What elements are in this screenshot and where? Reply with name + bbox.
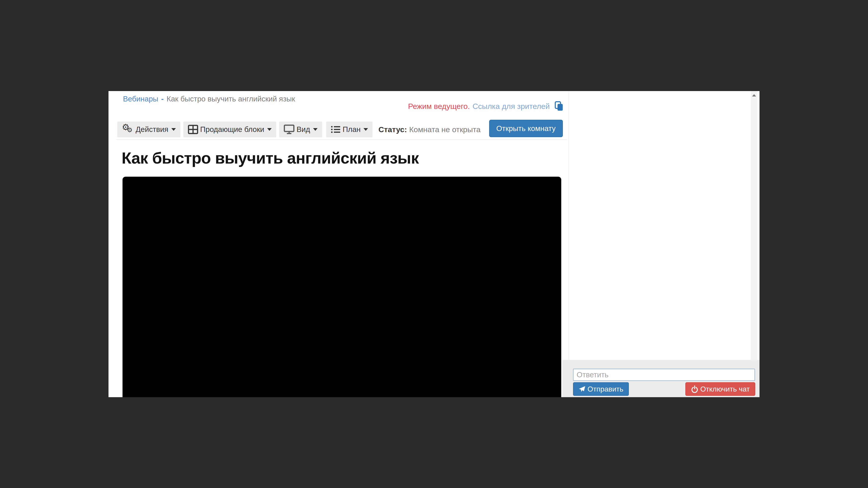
chat-scrollbar[interactable] (751, 91, 757, 360)
breadcrumb-separator: - (161, 95, 164, 103)
cogs-icon: ⚙⚙ (122, 124, 133, 135)
chat-footer: Отправить Отключить чат (562, 360, 760, 397)
disable-chat-label: Отключить чат (700, 385, 750, 393)
view-menu-button[interactable]: Вид (279, 122, 322, 137)
desktop-icon (284, 125, 294, 134)
breadcrumb: Вебинары - Как быстро выучить английский… (123, 95, 295, 103)
power-icon (691, 385, 699, 393)
send-button[interactable]: Отправить (573, 382, 629, 396)
host-mode-text: Режим ведущего. (408, 102, 470, 111)
chat-panel (568, 91, 760, 360)
open-room-button[interactable]: Открыть комнату (489, 120, 563, 137)
chat-reply-input[interactable] (573, 369, 755, 381)
toolbar: ⚙⚙ Действия Продающие блоки (117, 122, 480, 137)
actions-menu-button[interactable]: ⚙⚙ Действия (117, 122, 180, 137)
chat-messages-area (569, 91, 749, 360)
list-icon (331, 125, 341, 134)
video-area (123, 177, 561, 397)
webinar-window: Вебинары - Как быстро выучить английский… (108, 91, 760, 397)
send-icon (579, 385, 586, 393)
scroll-up-icon[interactable] (752, 94, 756, 96)
table-icon (188, 125, 198, 134)
selling-blocks-menu-button[interactable]: Продающие блоки (183, 122, 276, 137)
plan-menu-button[interactable]: План (326, 122, 373, 137)
toolbar-divider (116, 139, 567, 140)
disable-chat-button[interactable]: Отключить чат (685, 382, 755, 396)
caret-down-icon (171, 128, 176, 131)
selling-blocks-label: Продающие блоки (200, 125, 264, 134)
breadcrumb-current: Как быстро выучить английский язык (166, 95, 295, 103)
status-label: Статус: (378, 125, 407, 134)
desktop-background: { "breadcrumb": { "root": "Вебинары", "s… (0, 0, 868, 488)
caret-down-icon (267, 128, 272, 131)
actions-label: Действия (135, 125, 168, 134)
host-mode-row: Режим ведущего. Ссылка для зрителей (408, 101, 563, 111)
viewers-link[interactable]: Ссылка для зрителей (472, 102, 550, 111)
copy-icon[interactable] (555, 101, 563, 111)
plan-label: План (343, 125, 361, 134)
caret-down-icon (313, 128, 318, 131)
caret-down-icon (364, 128, 368, 131)
room-status: Статус: Комната не открыта (378, 122, 480, 137)
view-label: Вид (297, 125, 310, 134)
breadcrumb-link-webinars[interactable]: Вебинары (123, 95, 158, 103)
page-title: Как быстро выучить английский язык (122, 149, 418, 167)
status-value: Комната не открыта (409, 125, 480, 134)
send-label: Отправить (587, 385, 623, 393)
